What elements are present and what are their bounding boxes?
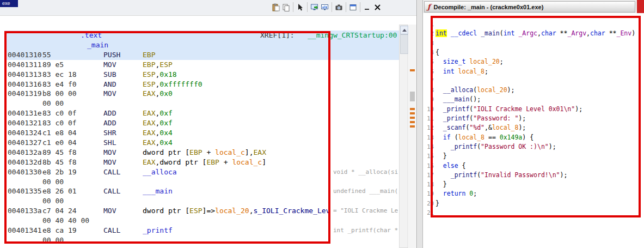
instruction-row[interactable]: 00401319b8 00 00MOVEAX,0x0	[7, 89, 399, 99]
instruction-row[interactable]: 0040131055PUSHEBP	[7, 50, 399, 60]
code-token: _Argv	[567, 29, 586, 37]
decompiled-code-line[interactable]: if (local_8 == 0x149a) {	[436, 133, 533, 142]
code-token: ESP	[160, 61, 172, 69]
instruction-row[interactable]: 0040132d8b 45 f8MOVEAX,dword ptr [EBP + …	[7, 158, 399, 167]
bytes-continuation-row[interactable]: 00 00	[7, 177, 399, 187]
code-token	[455, 68, 458, 75]
decompiled-code-line[interactable]: int __cdecl _main(int _Argc,char **_Argv…	[436, 29, 635, 38]
disassembly-listing[interactable]: .textXREF[1]:__mingw_CRTStartup:00_main0…	[7, 0, 399, 248]
scrollbar-thumb[interactable]	[400, 34, 408, 54]
operands-cell: EAX,0x4	[143, 128, 330, 138]
instruction-row[interactable]: 00401335e8 26 01CALL___mainundefined ___…	[7, 186, 399, 196]
instruction-row[interactable]: 0040131683 e4 f0ANDESP,0xfffffff0	[7, 80, 399, 89]
instruction-row[interactable]: 00401327c1 e0 04SHLEAX,0x4	[7, 138, 399, 148]
instruction-row[interactable]: 0040131e83 c0 0fADDEAX,0xf	[7, 108, 399, 118]
bytes-continuation-row[interactable]: 00 40 40 00	[7, 216, 399, 226]
code-token: "%d"	[469, 124, 484, 131]
signature-comment: = "IOLI Crackme Le	[333, 206, 399, 216]
address-cell: 00401313	[8, 70, 42, 80]
window-divider[interactable]	[418, 0, 423, 248]
code-token	[447, 29, 451, 37]
decompiled-code-line[interactable]: _printf("IOLI Crackme Level 0x01\n");	[436, 105, 582, 114]
decompiler-body[interactable]: 123456789101112131415161718192021 int __…	[423, 13, 644, 248]
signature-comment: int _printf(char *	[333, 226, 399, 235]
code-token	[436, 86, 443, 94]
decompiled-code-line[interactable]: {	[436, 48, 439, 57]
code-token: EAX	[143, 89, 155, 98]
bytes-continuation-row[interactable]: 00 00	[7, 235, 399, 245]
instruction-row[interactable]: 0040131383 ec 18SUBESP,0x18	[7, 70, 399, 80]
mnemonic-cell: MOV	[103, 60, 116, 70]
decompiled-code-line[interactable]: _printf("Password OK :)\n");	[436, 142, 556, 152]
scroll-up-button[interactable]	[400, 26, 408, 34]
instruction-row[interactable]: 00401330e8 2b 19CALL__allocavoid * __all…	[7, 167, 399, 177]
code-token: ]	[262, 158, 266, 166]
nav-marker-tick[interactable]	[410, 125, 415, 128]
nav-marker-tick[interactable]	[410, 117, 415, 119]
code-token: +	[203, 148, 215, 156]
code-token: EBP	[143, 51, 155, 59]
code-token: **	[605, 29, 617, 37]
listing-header-row[interactable]: .textXREF[1]:__mingw_CRTStartup:00	[7, 31, 399, 40]
code-token: _Env	[617, 29, 632, 37]
decompiled-code-line[interactable]: int local_8;	[436, 67, 488, 76]
operands-cell: dword ptr [ESP]=>local_20,s_IOLI_Crackme…	[143, 206, 330, 216]
code-token: ;	[500, 58, 504, 65]
decompiled-code-line[interactable]: _scanf("%d",&local_8);	[436, 123, 526, 132]
decompiler-titlebar[interactable]: ƒ Decompile: _main - (crackme0x01.exe)	[424, 1, 635, 13]
instruction-row[interactable]: 00401341e8 ca 19CALL_printfint _printf(c…	[7, 226, 399, 235]
function-label-row[interactable]: _main	[7, 40, 399, 50]
instruction-row[interactable]: 0040132a89 45 f8MOVdword ptr [EBP + loca…	[7, 148, 399, 158]
bytes-cell: 00 00	[42, 177, 64, 187]
instruction-row[interactable]: 0040133ac7 04 24MOVdword ptr [ESP]=>loca…	[7, 206, 399, 216]
bytes-cell: c1 e8 04	[42, 128, 77, 138]
decompiled-code-line[interactable]: _printf("Invalid Password!\n");	[436, 171, 567, 180]
bytes-cell: 00 40 40 00	[42, 216, 89, 226]
decompiled-code-line[interactable]: __alloca(local_20);	[436, 86, 514, 95]
section-name: .text	[81, 31, 102, 40]
bytes-cell: 00 00	[42, 235, 64, 245]
decompiled-code-line[interactable]: _printf("Password: ");	[436, 114, 526, 123]
bytes-continuation-row[interactable]: 00 00	[7, 99, 399, 108]
code-token: 0x4	[160, 129, 172, 137]
decompiler-title: Decompile: _main - (crackme0x01.exe)	[434, 4, 544, 10]
code-token: );	[549, 143, 556, 150]
code-token: ();	[469, 95, 481, 103]
navigation-marker-column[interactable]	[409, 25, 416, 248]
decompiled-code[interactable]: int __cdecl _main(int _Argc,char **_Argv…	[423, 13, 644, 248]
code-token: EAX	[143, 158, 155, 166]
decompiled-code-line[interactable]: else {	[436, 161, 465, 171]
decompiled-code-line[interactable]: }	[436, 199, 439, 208]
instruction-row[interactable]: 0040132183 c0 0fADDEAX,0xf	[7, 118, 399, 128]
address-cell: 00401327	[8, 138, 42, 148]
decompiled-code-line[interactable]: }	[436, 152, 447, 161]
decompiled-code-line[interactable]: return 0;	[436, 189, 477, 198]
address-cell: 00401321	[8, 118, 42, 128]
nav-marker-tick[interactable]	[410, 121, 415, 123]
code-token	[436, 105, 443, 113]
instruction-row[interactable]: 0040131189 e5MOVEBP,ESP	[7, 60, 399, 70]
listing-scrollbar[interactable]	[399, 25, 408, 248]
nav-marker-tick[interactable]	[410, 112, 415, 114]
code-token: char	[590, 29, 605, 37]
code-token: ) {	[522, 134, 533, 141]
decompiled-code-line[interactable]: ___main();	[436, 95, 481, 104]
code-token	[436, 134, 443, 141]
nav-marker-tick[interactable]	[410, 92, 415, 101]
code-token: **	[556, 29, 568, 37]
code-token	[436, 162, 443, 170]
bytes-continuation-row[interactable]: 00 00	[7, 196, 399, 206]
instruction-row[interactable]: 00401324c1 e8 04SHREAX,0x4	[7, 128, 399, 138]
code-token: __alloca	[443, 86, 473, 94]
code-token	[436, 171, 451, 179]
code-token: ;	[484, 68, 488, 75]
nav-marker-tick[interactable]	[410, 108, 415, 110]
decompiled-code-line[interactable]: }	[436, 180, 447, 189]
code-token: 0x149a	[500, 134, 523, 141]
bytes-cell: 83 c0 0f	[42, 108, 77, 118]
nav-marker-tick[interactable]	[410, 69, 415, 71]
bytes-cell: b8 00 00	[42, 89, 77, 99]
bytes-cell: c7 04 24	[42, 206, 77, 216]
decompiled-code-line[interactable]: size_t local_20;	[436, 57, 504, 66]
code-token: if	[443, 134, 451, 141]
